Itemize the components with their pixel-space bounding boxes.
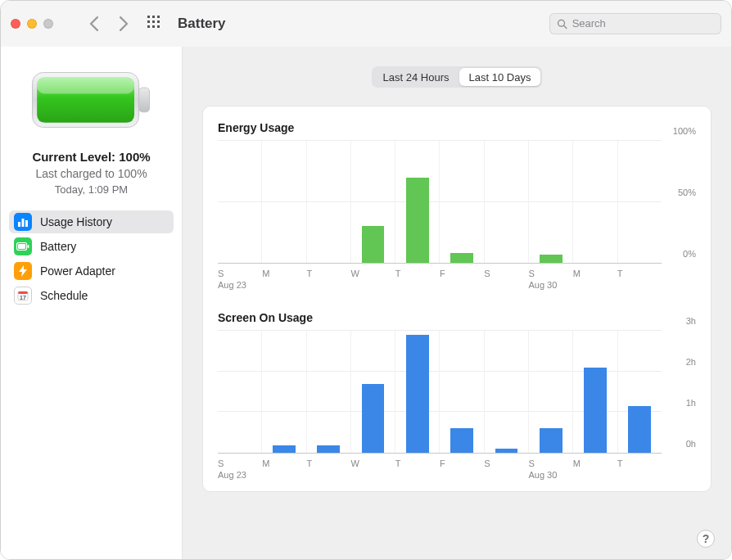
sidebar-item-usage-history[interactable]: Usage History <box>9 210 174 233</box>
current-level-label: Current Level: 100% <box>9 150 174 164</box>
screen-on-usage-chart: Screen On Usage 0h1h2h3h SAug 23MTWTFSSA… <box>218 311 696 480</box>
ytick-label: 3h <box>686 316 696 326</box>
xtick-day: T <box>306 269 312 278</box>
chart-bar <box>273 445 296 453</box>
grid-icon <box>147 15 161 29</box>
chart-bar <box>406 178 429 263</box>
chart-xaxis: SAug 23MTWTFSSAug 30MT <box>218 269 662 290</box>
ytick-label: 50% <box>678 187 696 197</box>
segment-last-24-hours[interactable]: Last 24 Hours <box>373 68 459 86</box>
svg-rect-13 <box>37 77 134 93</box>
chart-yaxis: 0%50%100% <box>662 141 696 264</box>
ytick-label: 100% <box>673 126 696 136</box>
ytick-label: 2h <box>686 357 696 367</box>
time-range-segmented: Last 24 Hours Last 10 Days <box>372 66 543 88</box>
xtick-day: S <box>484 458 490 468</box>
xtick-day: S <box>528 458 534 468</box>
sidebar-item-label: Battery <box>40 240 76 253</box>
window: Battery <box>0 0 732 560</box>
calendar-icon: 17 <box>14 287 32 305</box>
sidebar-item-label: Schedule <box>40 289 88 302</box>
svg-rect-16 <box>22 219 25 227</box>
chart-bar <box>362 384 385 453</box>
nav-forward-button[interactable] <box>118 16 129 31</box>
search-input[interactable] <box>572 17 714 29</box>
ytick-label: 0h <box>686 439 696 449</box>
svg-rect-1 <box>152 16 155 18</box>
svg-rect-15 <box>18 222 20 227</box>
search-field[interactable] <box>549 13 721 34</box>
svg-rect-19 <box>18 244 25 249</box>
svg-text:17: 17 <box>20 295 26 300</box>
nav-back-button[interactable] <box>89 16 100 31</box>
window-minimize-button[interactable] <box>27 19 37 29</box>
window-title: Battery <box>178 16 226 32</box>
chart-yaxis: 0h1h2h3h <box>662 331 696 454</box>
last-charged-label: Last charged to 100% <box>9 167 174 180</box>
xtick-date: Aug 23 <box>218 280 246 290</box>
window-zoom-button[interactable] <box>43 19 53 29</box>
xtick-day: T <box>617 269 623 278</box>
xtick-day: T <box>306 458 312 468</box>
chart-bar <box>450 253 473 263</box>
chart-bar <box>540 428 563 453</box>
nav-back-forward <box>89 16 129 31</box>
segment-last-10-days[interactable]: Last 10 Days <box>459 68 541 86</box>
chart-bar <box>362 226 385 263</box>
sidebar-item-label: Power Adapter <box>40 264 115 278</box>
xtick-day: S <box>218 458 224 468</box>
sidebar-item-schedule[interactable]: 17 Schedule <box>9 284 174 307</box>
svg-rect-3 <box>147 20 150 23</box>
xtick-day: T <box>617 458 623 468</box>
traffic-lights <box>11 19 53 29</box>
sidebar-item-power-adapter[interactable]: Power Adapter <box>9 260 174 282</box>
xtick-day: M <box>573 269 581 278</box>
bolt-icon <box>14 262 32 280</box>
sidebar: Current Level: 100% Last charged to 100%… <box>1 47 183 559</box>
chart-bar <box>584 368 607 453</box>
chart-plot <box>218 331 662 454</box>
xtick-day: F <box>440 269 445 278</box>
svg-rect-17 <box>25 220 28 227</box>
chart-xaxis: SAug 23MTWTFSSAug 30MT <box>218 458 662 480</box>
battery-icon <box>14 237 32 255</box>
xtick-date: Aug 23 <box>218 470 246 480</box>
svg-rect-4 <box>152 20 155 23</box>
chart-plot <box>218 141 662 264</box>
xtick-day: S <box>218 269 224 278</box>
chart-bar <box>317 445 340 453</box>
xtick-day: W <box>351 458 359 468</box>
ytick-label: 1h <box>686 398 696 408</box>
xtick-day: M <box>262 458 269 468</box>
chart-bar <box>628 406 651 453</box>
xtick-day: W <box>351 269 359 278</box>
svg-rect-2 <box>157 16 160 18</box>
svg-rect-6 <box>147 25 150 28</box>
xtick-day: T <box>395 458 401 468</box>
xtick-date: Aug 30 <box>528 470 557 480</box>
sidebar-item-battery[interactable]: Battery <box>9 235 174 258</box>
chart-bar <box>540 255 563 263</box>
chart-bar <box>450 428 473 453</box>
window-close-button[interactable] <box>11 19 20 29</box>
xtick-day: T <box>395 269 401 278</box>
xtick-day: S <box>484 269 490 278</box>
xtick-date: Aug 30 <box>528 280 557 290</box>
ytick-label: 0% <box>683 249 696 259</box>
help-button[interactable]: ? <box>697 530 715 548</box>
search-icon <box>557 18 567 29</box>
show-all-prefpanes-button[interactable] <box>147 15 161 33</box>
energy-usage-chart: Energy Usage 0%50%100% SAug 23MTWTFSSAug… <box>218 121 696 290</box>
chart-title: Energy Usage <box>218 121 696 134</box>
svg-rect-5 <box>157 20 160 23</box>
battery-large-icon <box>30 68 153 132</box>
xtick-day: M <box>573 458 581 468</box>
xtick-day: M <box>262 269 269 278</box>
sidebar-nav: Usage History Battery Power Adapter <box>1 210 182 307</box>
sidebar-item-label: Usage History <box>40 215 112 228</box>
chart-title: Screen On Usage <box>218 311 696 324</box>
svg-line-10 <box>564 25 567 28</box>
svg-rect-20 <box>28 245 29 248</box>
svg-rect-7 <box>152 25 155 28</box>
content: Last 24 Hours Last 10 Days Energy Usage … <box>183 47 731 559</box>
